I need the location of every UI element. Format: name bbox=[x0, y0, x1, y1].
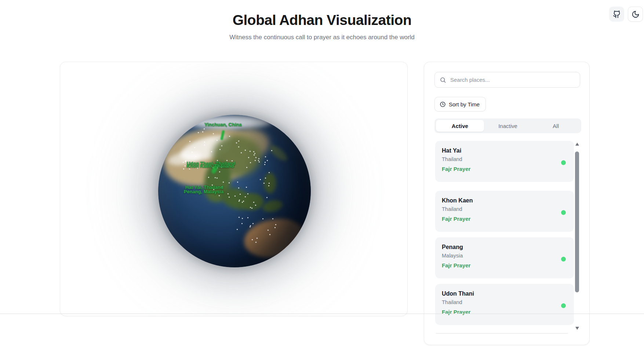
city-dot bbox=[255, 242, 256, 243]
city-dot bbox=[211, 151, 212, 152]
city-dot bbox=[208, 177, 209, 178]
city-dot bbox=[250, 226, 251, 227]
place-card[interactable]: Hat Yai Thailand Fajr Prayer bbox=[435, 141, 574, 182]
city-dot bbox=[183, 168, 184, 169]
sort-by-time-label: Sort by Time bbox=[449, 101, 480, 107]
city-dot bbox=[263, 183, 265, 184]
active-status-dot bbox=[561, 210, 566, 215]
city-dot bbox=[265, 156, 266, 157]
city-dot bbox=[237, 229, 238, 230]
search-input[interactable] bbox=[450, 76, 580, 83]
city-dot bbox=[229, 197, 230, 198]
page-title: Global Adhan Visualization bbox=[0, 12, 644, 28]
filter-tab[interactable]: Inactive bbox=[484, 120, 532, 132]
header-actions bbox=[609, 7, 643, 22]
place-name: Udon Thani bbox=[442, 290, 567, 297]
city-dot bbox=[271, 150, 272, 151]
page-subtitle: Witness the continuous call to prayer as… bbox=[0, 34, 644, 41]
city-dot bbox=[229, 182, 230, 183]
filter-tab[interactable]: Active bbox=[436, 120, 484, 132]
city-dot bbox=[242, 218, 243, 219]
search-icon bbox=[435, 77, 450, 83]
place-prayer: Fajr Prayer bbox=[442, 309, 567, 315]
globe-night-shade bbox=[158, 115, 311, 267]
place-prayer: Fajr Prayer bbox=[442, 262, 567, 268]
city-dot bbox=[242, 202, 243, 203]
next-card-peek bbox=[436, 333, 568, 334]
city-dot bbox=[234, 195, 236, 197]
filter-tab[interactable]: All bbox=[532, 120, 580, 132]
globe-label-khon-kaen: Khon Kaen, Thailand bbox=[186, 163, 234, 169]
filter-tab-label: All bbox=[553, 123, 559, 129]
active-status-dot bbox=[561, 303, 566, 308]
city-dot bbox=[223, 182, 224, 183]
city-dot bbox=[241, 152, 242, 153]
city-dot bbox=[274, 227, 276, 228]
places-panel: Sort by Time Active Inactive All Hat Yai… bbox=[424, 62, 590, 345]
place-name: Hat Yai bbox=[442, 147, 567, 154]
city-dot bbox=[248, 157, 249, 158]
globe-label-yinchuan: Yinchuan, China bbox=[204, 122, 241, 127]
scrollbar-up-arrow[interactable] bbox=[575, 143, 579, 146]
city-dot bbox=[221, 145, 222, 146]
globe-label-penang: Penang, Malaysia bbox=[184, 189, 223, 194]
globe-panel: Yinchuan, China Udon Thani, Thailand Kho… bbox=[60, 62, 408, 316]
filter-tabs: Active Inactive All bbox=[434, 118, 581, 133]
filter-tab-label: Inactive bbox=[498, 123, 517, 129]
moon-icon bbox=[632, 10, 640, 18]
theme-toggle-button[interactable] bbox=[628, 7, 643, 22]
city-dot bbox=[243, 201, 244, 202]
city-dot bbox=[219, 195, 220, 196]
place-card[interactable]: Khon Kaen Thailand Fajr Prayer bbox=[435, 191, 574, 232]
city-dot bbox=[255, 157, 256, 158]
place-country: Thailand bbox=[442, 299, 567, 305]
city-dot bbox=[246, 187, 247, 188]
place-name: Penang bbox=[442, 244, 567, 251]
city-dot bbox=[254, 154, 255, 156]
city-dot bbox=[265, 162, 266, 163]
city-dot bbox=[241, 223, 243, 224]
place-card[interactable]: Penang Malaysia Fajr Prayer bbox=[435, 237, 574, 278]
active-status-dot bbox=[561, 160, 566, 165]
city-dot bbox=[219, 171, 220, 172]
place-country: Thailand bbox=[442, 206, 567, 212]
city-dot bbox=[255, 160, 256, 161]
place-country: Thailand bbox=[442, 156, 567, 162]
city-dot bbox=[268, 185, 269, 186]
search-box bbox=[434, 72, 580, 88]
filter-tab-label: Active bbox=[452, 123, 468, 129]
city-dot bbox=[245, 196, 246, 197]
place-name: Khon Kaen bbox=[442, 197, 567, 204]
city-dot bbox=[252, 239, 253, 240]
city-dot bbox=[250, 151, 251, 152]
section-divider bbox=[0, 314, 644, 314]
city-dot bbox=[272, 218, 273, 219]
place-prayer: Fajr Prayer bbox=[442, 166, 567, 172]
scrollbar-thumb[interactable] bbox=[575, 151, 579, 292]
city-dot bbox=[275, 224, 276, 225]
city-dot bbox=[239, 217, 240, 218]
city-dot bbox=[229, 136, 230, 137]
place-country: Malaysia bbox=[442, 253, 567, 259]
city-dot bbox=[194, 147, 195, 148]
city-dot bbox=[239, 201, 240, 202]
place-prayer: Fajr Prayer bbox=[442, 216, 567, 222]
city-dot bbox=[245, 150, 246, 151]
city-dot bbox=[240, 194, 241, 195]
sort-by-time-button[interactable]: Sort by Time bbox=[434, 97, 486, 111]
list-scrollbar bbox=[575, 143, 580, 330]
github-button[interactable] bbox=[609, 7, 624, 22]
city-dot bbox=[238, 146, 239, 147]
active-status-dot bbox=[561, 257, 566, 262]
scrollbar-down-arrow[interactable] bbox=[575, 327, 579, 330]
github-icon bbox=[613, 10, 621, 18]
place-card[interactable]: Udon Thani Thailand Fajr Prayer bbox=[435, 284, 574, 325]
city-dot bbox=[213, 133, 214, 134]
city-dot bbox=[192, 151, 193, 153]
city-dot bbox=[228, 193, 229, 194]
globe[interactable]: Yinchuan, China Udon Thani, Thailand Kho… bbox=[158, 115, 311, 267]
page-header: Global Adhan Visualization Witness the c… bbox=[0, 0, 644, 41]
clock-icon bbox=[440, 101, 446, 107]
city-dot bbox=[217, 140, 218, 141]
city-dot bbox=[253, 202, 254, 203]
